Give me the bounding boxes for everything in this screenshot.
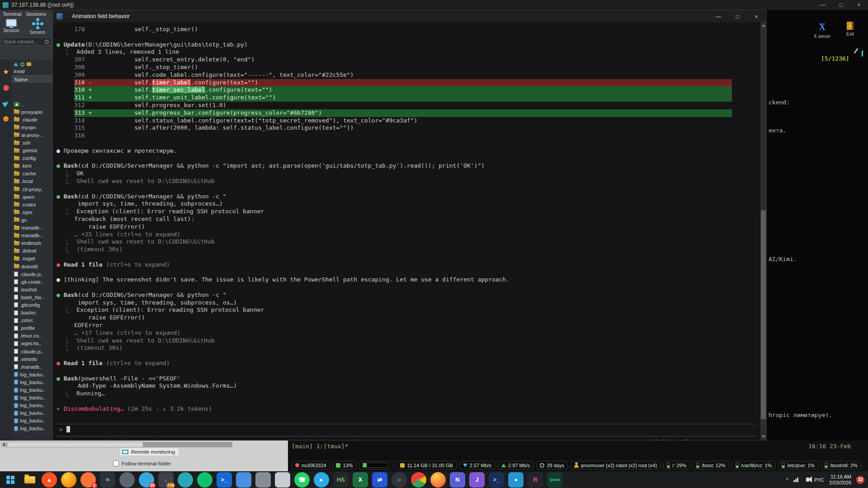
up-directory-icon[interactable] (14, 62, 18, 66)
tab-terminal[interactable]: Terminal (3, 11, 22, 17)
dark-app-icon[interactable]: ≡ (100, 472, 115, 488)
quick-app-icon[interactable]: Quick (547, 472, 562, 488)
file-list-item[interactable]: log_backu.. (12, 386, 52, 394)
horizontal-scrollbar[interactable] (1, 442, 232, 447)
file-list-item[interactable]: .tmux.co.. (12, 332, 52, 340)
file-list-item[interactable]: .viminfo (12, 355, 52, 363)
file-list-item[interactable]: mariadb-.. (12, 224, 52, 232)
hs-app-icon[interactable]: HS (333, 472, 349, 488)
grey-square-icon[interactable] (255, 472, 271, 488)
file-explorer-icon[interactable] (22, 472, 38, 488)
file-list-item[interactable]: .npm (12, 208, 52, 216)
file-list-item[interactable]: .dotnet (12, 247, 52, 255)
servers-button[interactable]: Servers (27, 19, 48, 35)
language-indicator[interactable]: РУС (814, 477, 824, 483)
file-list-item[interactable]: dotnet9 (12, 263, 52, 270)
tray-chevron-icon[interactable]: ^ (786, 477, 788, 483)
purple-j-icon[interactable]: J (469, 472, 485, 488)
download-manager-icon[interactable]: ↓715 (158, 472, 174, 488)
file-list-item[interactable]: .zshrc (12, 317, 52, 324)
file-list-item[interactable]: .nuget (12, 255, 52, 263)
file-list-item[interactable]: .local (12, 178, 52, 185)
firefox-icon[interactable] (430, 472, 446, 488)
file-list-item[interactable]: .gitconfig (12, 301, 52, 309)
scroll-up-arrow[interactable] (760, 22, 766, 28)
blue-sync-icon[interactable]: ⇄ (372, 472, 387, 488)
file-list-item[interactable]: .mariadb.. (12, 363, 52, 371)
session-button[interactable]: Session (1, 19, 22, 35)
vertical-scrollbar[interactable] (760, 22, 766, 440)
camera-app-icon[interactable]: ● (508, 472, 524, 488)
file-list-item[interactable]: .lesshst (12, 286, 52, 293)
current-path[interactable]: /root/ (12, 68, 52, 75)
file-list-item[interactable]: log_backu.. (12, 417, 52, 425)
file-list-item[interactable]: go (12, 216, 52, 224)
follow-terminal-checkbox-row[interactable]: Follow terminal folder (113, 460, 171, 466)
silver-app-icon[interactable] (275, 472, 290, 488)
obs-icon[interactable]: ○ (392, 472, 407, 488)
file-list-item[interactable]: log_backu.. (12, 425, 52, 432)
maximize-button[interactable]: □ (832, 0, 850, 10)
purple-n-icon[interactable]: N (450, 472, 465, 488)
chrome-icon[interactable]: ● (411, 472, 426, 488)
clock[interactable]: 11:16 AM 2/23/2026 (829, 474, 851, 486)
home-icon[interactable] (27, 62, 31, 66)
file-list-item[interactable]: .qwen (12, 193, 52, 201)
whatsapp-icon[interactable]: ☎ (294, 472, 310, 488)
close-button[interactable]: × (850, 0, 868, 10)
scroll-down-arrow[interactable] (760, 28, 766, 35)
file-list-item[interactable]: .gemini (12, 147, 52, 155)
file-list-item[interactable]: proxyapis (12, 108, 52, 116)
file-list-item[interactable]: .cache (12, 170, 52, 178)
blue-folder-icon[interactable] (236, 472, 251, 488)
tab-sessions[interactable]: Sessions (26, 11, 47, 17)
powershell-icon[interactable]: >_ (489, 472, 504, 488)
file-list-item[interactable]: .codex (12, 201, 52, 208)
file-list-item[interactable]: log_backu.. (12, 394, 52, 402)
refresh-icon[interactable] (20, 62, 24, 66)
file-list-item[interactable]: .config (12, 155, 52, 162)
favorites-star-icon[interactable]: ★ (3, 69, 9, 75)
quick-connect-input[interactable]: Quick connect... (1, 38, 51, 46)
file-list-item[interactable]: log_backu.. (12, 409, 52, 417)
teal-app-icon[interactable] (178, 472, 193, 488)
exit-button[interactable]: Exit (846, 22, 854, 37)
telegram-icon[interactable]: ▸ (314, 472, 329, 488)
file-list-item[interactable]: .ssh (12, 139, 52, 146)
download-icon[interactable] (3, 85, 9, 91)
file-list-item[interactable]: .git-crede.. (12, 278, 52, 286)
network-icon[interactable] (793, 478, 798, 482)
x-server-button[interactable]: X X server (814, 22, 830, 39)
grey-app-icon[interactable] (119, 472, 135, 488)
file-list-item[interactable]: log_backu.. (12, 371, 52, 378)
file-list-item[interactable]: .claude.js.. (12, 347, 52, 355)
speaker-icon[interactable] (806, 478, 809, 482)
name-column-header[interactable]: Name (12, 75, 52, 84)
green-messenger-icon[interactable] (197, 472, 212, 488)
file-list-item[interactable]: .. (12, 100, 52, 108)
file-list-item[interactable]: .wget-hs.. (12, 340, 52, 347)
file-list-item[interactable]: .bash_his.. (12, 293, 52, 301)
minimize-button[interactable]: — (709, 11, 728, 22)
file-list-item[interactable]: log_backu.. (12, 378, 52, 386)
excel-icon[interactable]: X (353, 472, 368, 488)
start-button[interactable] (3, 472, 18, 488)
file-list-item[interactable]: .kimi (12, 162, 52, 170)
terminal-blue-icon[interactable]: >_ (217, 472, 232, 488)
file-list-item[interactable]: myvpn (12, 123, 52, 131)
paper-plane-icon[interactable] (2, 99, 10, 107)
scrollbar-thumb[interactable] (761, 210, 766, 419)
file-list-item[interactable]: mariadb-.. (12, 232, 52, 239)
file-list-item[interactable]: .claude (12, 116, 52, 123)
file-list-item[interactable]: .profile (12, 324, 52, 332)
file-list-item[interactable]: .cli-proxy.. (12, 185, 52, 193)
maximize-button[interactable]: □ (728, 11, 747, 22)
file-list-item[interactable]: .claude.js.. (12, 270, 52, 278)
claude-window-titlebar[interactable]: · Animation field behavior — □ × (53, 10, 766, 22)
orange-dot-icon[interactable] (3, 116, 9, 122)
remote-monitoring-toggle[interactable]: Remote monitoring (120, 448, 179, 455)
blue-browser-icon[interactable]: 30 (139, 472, 154, 488)
prompt-input-box[interactable]: > (57, 424, 756, 436)
file-list-item[interactable]: endlessh (12, 239, 52, 247)
scroll-left-arrow[interactable] (1, 442, 6, 447)
